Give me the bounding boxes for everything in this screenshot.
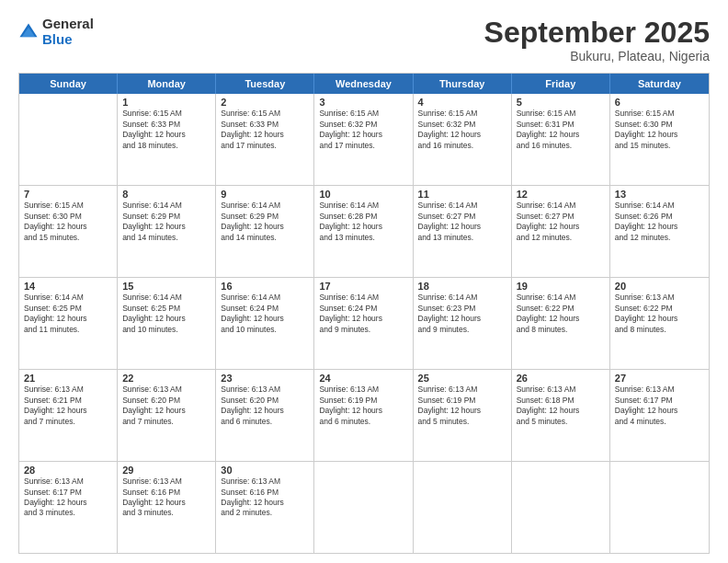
day-info: Sunrise: 6:14 AM Sunset: 6:26 PM Dayligh… bbox=[615, 201, 704, 243]
day-number: 4 bbox=[418, 97, 506, 108]
calendar-cell: 30Sunrise: 6:13 AM Sunset: 6:16 PM Dayli… bbox=[216, 462, 314, 553]
day-info: Sunrise: 6:14 AM Sunset: 6:24 PM Dayligh… bbox=[221, 293, 309, 335]
day-info: Sunrise: 6:13 AM Sunset: 6:20 PM Dayligh… bbox=[221, 385, 309, 427]
calendar-header-cell: Monday bbox=[118, 74, 216, 94]
calendar-cell bbox=[314, 462, 413, 553]
day-number: 6 bbox=[615, 97, 704, 108]
calendar-header-cell: Thursday bbox=[414, 74, 512, 94]
day-info: Sunrise: 6:13 AM Sunset: 6:21 PM Dayligh… bbox=[24, 385, 112, 427]
logo: General Blue bbox=[18, 17, 94, 47]
calendar-cell: 24Sunrise: 6:13 AM Sunset: 6:19 PM Dayli… bbox=[314, 370, 413, 461]
day-number: 29 bbox=[122, 465, 210, 476]
day-number: 30 bbox=[221, 465, 309, 476]
day-info: Sunrise: 6:13 AM Sunset: 6:16 PM Dayligh… bbox=[221, 477, 309, 519]
logo-general: General bbox=[42, 17, 94, 32]
day-info: Sunrise: 6:14 AM Sunset: 6:27 PM Dayligh… bbox=[418, 201, 506, 243]
day-info: Sunrise: 6:13 AM Sunset: 6:16 PM Dayligh… bbox=[122, 477, 210, 519]
calendar-cell: 15Sunrise: 6:14 AM Sunset: 6:25 PM Dayli… bbox=[118, 278, 216, 369]
calendar-cell bbox=[610, 462, 709, 553]
day-number: 24 bbox=[319, 373, 407, 384]
calendar-cell: 25Sunrise: 6:13 AM Sunset: 6:19 PM Dayli… bbox=[414, 370, 512, 461]
calendar-cell: 13Sunrise: 6:14 AM Sunset: 6:26 PM Dayli… bbox=[610, 186, 709, 277]
calendar-header-cell: Saturday bbox=[610, 74, 709, 94]
day-number: 13 bbox=[615, 189, 704, 200]
calendar-cell: 26Sunrise: 6:13 AM Sunset: 6:18 PM Dayli… bbox=[512, 370, 610, 461]
calendar-cell: 23Sunrise: 6:13 AM Sunset: 6:20 PM Dayli… bbox=[216, 370, 314, 461]
day-info: Sunrise: 6:15 AM Sunset: 6:30 PM Dayligh… bbox=[24, 201, 112, 243]
calendar-cell: 22Sunrise: 6:13 AM Sunset: 6:20 PM Dayli… bbox=[118, 370, 216, 461]
day-info: Sunrise: 6:15 AM Sunset: 6:32 PM Dayligh… bbox=[319, 109, 407, 151]
title-block: September 2025 Bukuru, Plateau, Nigeria bbox=[484, 17, 710, 63]
logo-blue: Blue bbox=[42, 32, 94, 48]
day-number: 11 bbox=[418, 189, 506, 200]
day-number: 9 bbox=[221, 189, 309, 200]
calendar-row: 1Sunrise: 6:15 AM Sunset: 6:33 PM Daylig… bbox=[19, 94, 709, 185]
day-number: 14 bbox=[24, 281, 112, 292]
calendar-row: 14Sunrise: 6:14 AM Sunset: 6:25 PM Dayli… bbox=[19, 277, 709, 369]
calendar-cell: 5Sunrise: 6:15 AM Sunset: 6:31 PM Daylig… bbox=[512, 94, 610, 185]
day-info: Sunrise: 6:13 AM Sunset: 6:18 PM Dayligh… bbox=[517, 385, 605, 427]
calendar-cell: 12Sunrise: 6:14 AM Sunset: 6:27 PM Dayli… bbox=[512, 186, 610, 277]
day-number: 3 bbox=[319, 97, 407, 108]
day-number: 17 bbox=[319, 281, 407, 292]
calendar-cell: 9Sunrise: 6:14 AM Sunset: 6:29 PM Daylig… bbox=[216, 186, 314, 277]
day-info: Sunrise: 6:15 AM Sunset: 6:33 PM Dayligh… bbox=[122, 109, 210, 151]
page: General Blue September 2025 Bukuru, Plat… bbox=[0, 0, 728, 563]
day-info: Sunrise: 6:13 AM Sunset: 6:19 PM Dayligh… bbox=[418, 385, 506, 427]
calendar-cell: 20Sunrise: 6:13 AM Sunset: 6:22 PM Dayli… bbox=[610, 278, 709, 369]
calendar-cell: 21Sunrise: 6:13 AM Sunset: 6:21 PM Dayli… bbox=[19, 370, 118, 461]
calendar-cell: 10Sunrise: 6:14 AM Sunset: 6:28 PM Dayli… bbox=[314, 186, 413, 277]
day-info: Sunrise: 6:15 AM Sunset: 6:32 PM Dayligh… bbox=[418, 109, 506, 151]
calendar-cell: 2Sunrise: 6:15 AM Sunset: 6:33 PM Daylig… bbox=[216, 94, 314, 185]
day-info: Sunrise: 6:15 AM Sunset: 6:33 PM Dayligh… bbox=[221, 109, 309, 151]
calendar-header-cell: Sunday bbox=[19, 74, 118, 94]
day-number: 12 bbox=[517, 189, 605, 200]
day-number: 18 bbox=[418, 281, 506, 292]
day-number: 23 bbox=[221, 373, 309, 384]
title-location: Bukuru, Plateau, Nigeria bbox=[484, 49, 710, 63]
day-number: 16 bbox=[221, 281, 309, 292]
calendar-cell bbox=[19, 94, 118, 185]
day-number: 22 bbox=[122, 373, 210, 384]
day-info: Sunrise: 6:14 AM Sunset: 6:23 PM Dayligh… bbox=[418, 293, 506, 335]
day-number: 26 bbox=[517, 373, 605, 384]
day-info: Sunrise: 6:14 AM Sunset: 6:25 PM Dayligh… bbox=[122, 293, 210, 335]
title-month: September 2025 bbox=[484, 17, 710, 49]
day-info: Sunrise: 6:13 AM Sunset: 6:22 PM Dayligh… bbox=[615, 293, 704, 335]
calendar-cell: 14Sunrise: 6:14 AM Sunset: 6:25 PM Dayli… bbox=[19, 278, 118, 369]
calendar-cell: 3Sunrise: 6:15 AM Sunset: 6:32 PM Daylig… bbox=[314, 94, 413, 185]
day-info: Sunrise: 6:15 AM Sunset: 6:31 PM Dayligh… bbox=[517, 109, 605, 151]
calendar-cell: 29Sunrise: 6:13 AM Sunset: 6:16 PM Dayli… bbox=[118, 462, 216, 553]
calendar-header-cell: Friday bbox=[512, 74, 610, 94]
day-number: 21 bbox=[24, 373, 112, 384]
calendar-cell: 8Sunrise: 6:14 AM Sunset: 6:29 PM Daylig… bbox=[118, 186, 216, 277]
calendar-cell: 27Sunrise: 6:13 AM Sunset: 6:17 PM Dayli… bbox=[610, 370, 709, 461]
logo-icon bbox=[18, 22, 39, 42]
calendar-cell: 28Sunrise: 6:13 AM Sunset: 6:17 PM Dayli… bbox=[19, 462, 118, 553]
calendar-header-cell: Tuesday bbox=[216, 74, 314, 94]
calendar-header-cell: Wednesday bbox=[314, 74, 413, 94]
day-number: 28 bbox=[24, 465, 112, 476]
day-number: 7 bbox=[24, 189, 112, 200]
day-number: 5 bbox=[517, 97, 605, 108]
day-number: 8 bbox=[122, 189, 210, 200]
calendar-cell: 16Sunrise: 6:14 AM Sunset: 6:24 PM Dayli… bbox=[216, 278, 314, 369]
day-number: 27 bbox=[615, 373, 704, 384]
calendar-row: 28Sunrise: 6:13 AM Sunset: 6:17 PM Dayli… bbox=[19, 461, 709, 553]
calendar-cell bbox=[414, 462, 512, 553]
calendar-row: 21Sunrise: 6:13 AM Sunset: 6:21 PM Dayli… bbox=[19, 369, 709, 461]
day-number: 19 bbox=[517, 281, 605, 292]
day-info: Sunrise: 6:15 AM Sunset: 6:30 PM Dayligh… bbox=[615, 109, 704, 151]
calendar-cell: 7Sunrise: 6:15 AM Sunset: 6:30 PM Daylig… bbox=[19, 186, 118, 277]
header: General Blue September 2025 Bukuru, Plat… bbox=[18, 17, 710, 63]
day-number: 20 bbox=[615, 281, 704, 292]
calendar-cell: 19Sunrise: 6:14 AM Sunset: 6:22 PM Dayli… bbox=[512, 278, 610, 369]
day-info: Sunrise: 6:13 AM Sunset: 6:20 PM Dayligh… bbox=[122, 385, 210, 427]
calendar-cell: 11Sunrise: 6:14 AM Sunset: 6:27 PM Dayli… bbox=[414, 186, 512, 277]
day-info: Sunrise: 6:14 AM Sunset: 6:22 PM Dayligh… bbox=[517, 293, 605, 335]
calendar-cell: 4Sunrise: 6:15 AM Sunset: 6:32 PM Daylig… bbox=[414, 94, 512, 185]
calendar-header: SundayMondayTuesdayWednesdayThursdayFrid… bbox=[19, 74, 709, 94]
calendar: SundayMondayTuesdayWednesdayThursdayFrid… bbox=[18, 73, 710, 554]
day-number: 15 bbox=[122, 281, 210, 292]
calendar-body: 1Sunrise: 6:15 AM Sunset: 6:33 PM Daylig… bbox=[19, 94, 709, 553]
